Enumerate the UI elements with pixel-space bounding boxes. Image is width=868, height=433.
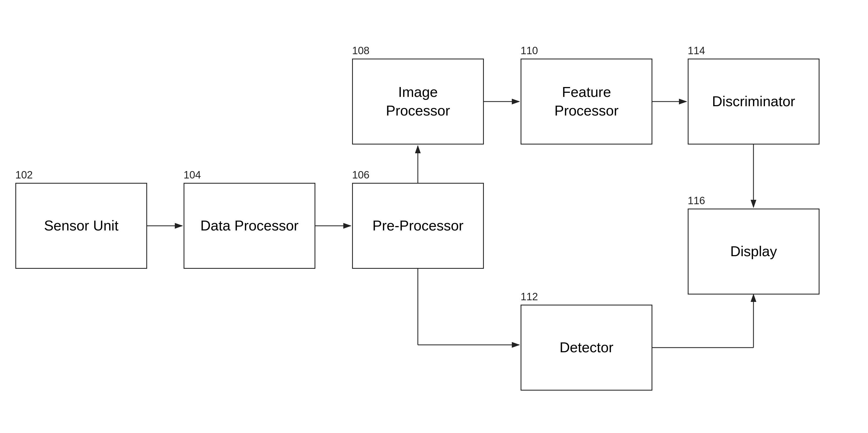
feature-processor-block: Feature Processor	[521, 59, 652, 144]
display-block: Display	[688, 208, 819, 295]
data-processor-block: Data Processor	[184, 183, 315, 269]
display-ref: 116	[688, 195, 705, 207]
discriminator-ref: 114	[688, 45, 705, 57]
feature-processor-ref: 110	[521, 45, 538, 57]
pre-processor-block: Pre-Processor	[352, 183, 484, 269]
sensor-unit-block: Sensor Unit	[16, 183, 147, 269]
diagram-container: Sensor Unit 102 Data Processor 104 Pre-P…	[0, 0, 868, 433]
data-processor-label: Data Processor	[200, 216, 299, 235]
detector-label: Detector	[559, 338, 614, 357]
image-processor-ref: 108	[352, 45, 369, 57]
pre-processor-ref: 106	[352, 169, 369, 181]
detector-block: Detector	[521, 305, 652, 391]
display-label: Display	[730, 242, 777, 261]
detector-ref: 112	[521, 291, 538, 303]
sensor-unit-label: Sensor Unit	[44, 216, 119, 235]
image-processor-block: Image Processor	[352, 59, 484, 144]
discriminator-block: Discriminator	[688, 59, 819, 144]
image-processor-label: Image Processor	[386, 83, 450, 120]
feature-processor-label: Feature Processor	[554, 83, 618, 120]
sensor-unit-ref: 102	[16, 169, 33, 181]
discriminator-label: Discriminator	[712, 92, 795, 111]
pre-processor-label: Pre-Processor	[372, 216, 463, 235]
data-processor-ref: 104	[184, 169, 201, 181]
